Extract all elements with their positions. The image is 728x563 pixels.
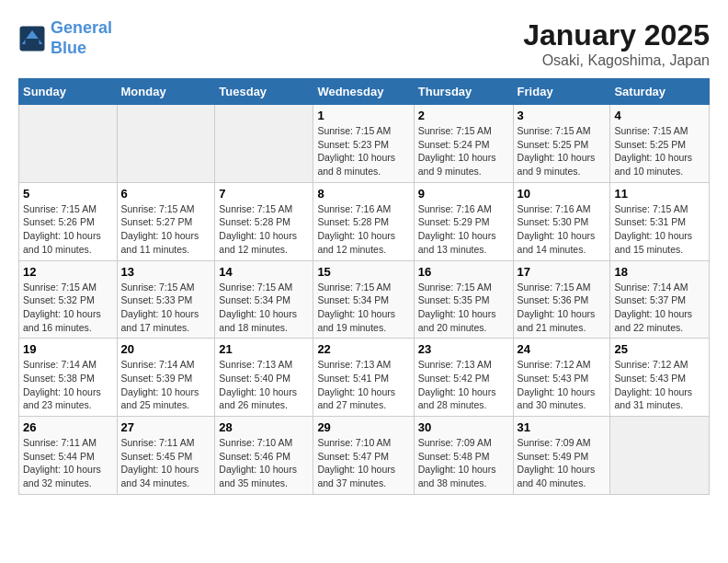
calendar-cell: 10Sunrise: 7:16 AM Sunset: 5:30 PM Dayli… <box>513 182 610 260</box>
day-info: Sunrise: 7:11 AM Sunset: 5:45 PM Dayligh… <box>121 436 211 490</box>
day-info: Sunrise: 7:15 AM Sunset: 5:23 PM Dayligh… <box>317 124 409 178</box>
day-info: Sunrise: 7:14 AM Sunset: 5:38 PM Dayligh… <box>23 358 113 412</box>
weekday-header: Tuesday <box>215 79 313 105</box>
day-number: 2 <box>418 109 509 122</box>
calendar-week-row: 12Sunrise: 7:15 AM Sunset: 5:32 PM Dayli… <box>19 260 710 339</box>
day-info: Sunrise: 7:15 AM Sunset: 5:34 PM Dayligh… <box>219 281 309 335</box>
page-subtitle: Osaki, Kagoshima, Japan <box>523 52 710 69</box>
page-title: January 2025 <box>523 18 710 52</box>
calendar-cell <box>215 105 313 183</box>
calendar-cell: 19Sunrise: 7:14 AM Sunset: 5:38 PM Dayli… <box>19 339 118 417</box>
calendar-cell <box>610 417 710 495</box>
page-header: General Blue January 2025 Osaki, Kagoshi… <box>18 18 710 69</box>
day-info: Sunrise: 7:15 AM Sunset: 5:28 PM Dayligh… <box>219 202 309 257</box>
day-info: Sunrise: 7:12 AM Sunset: 5:43 PM Dayligh… <box>518 358 607 412</box>
calendar-cell: 29Sunrise: 7:10 AM Sunset: 5:47 PM Dayli… <box>313 417 414 495</box>
logo-text: General Blue <box>51 18 112 58</box>
day-number: 6 <box>121 187 211 201</box>
day-info: Sunrise: 7:09 AM Sunset: 5:49 PM Dayligh… <box>518 436 607 490</box>
day-number: 8 <box>317 187 409 201</box>
calendar-cell: 13Sunrise: 7:15 AM Sunset: 5:33 PM Dayli… <box>117 260 215 339</box>
day-number: 23 <box>418 342 509 356</box>
day-info: Sunrise: 7:10 AM Sunset: 5:46 PM Dayligh… <box>219 436 309 490</box>
day-info: Sunrise: 7:13 AM Sunset: 5:42 PM Dayligh… <box>418 358 509 412</box>
day-number: 10 <box>518 187 607 201</box>
day-number: 22 <box>317 342 409 356</box>
calendar-cell: 11Sunrise: 7:15 AM Sunset: 5:31 PM Dayli… <box>610 182 710 260</box>
day-info: Sunrise: 7:15 AM Sunset: 5:24 PM Dayligh… <box>418 124 509 178</box>
calendar-week-row: 5Sunrise: 7:15 AM Sunset: 5:26 PM Daylig… <box>19 182 710 260</box>
calendar-cell: 25Sunrise: 7:12 AM Sunset: 5:43 PM Dayli… <box>610 339 710 417</box>
day-number: 1 <box>317 109 409 122</box>
day-number: 17 <box>518 265 607 279</box>
calendar-cell: 7Sunrise: 7:15 AM Sunset: 5:28 PM Daylig… <box>215 182 313 260</box>
day-number: 20 <box>121 342 211 356</box>
weekday-header: Monday <box>117 79 215 105</box>
day-info: Sunrise: 7:15 AM Sunset: 5:36 PM Dayligh… <box>518 281 607 335</box>
day-info: Sunrise: 7:15 AM Sunset: 5:25 PM Dayligh… <box>518 124 607 178</box>
day-info: Sunrise: 7:09 AM Sunset: 5:48 PM Dayligh… <box>418 436 509 490</box>
calendar-cell: 16Sunrise: 7:15 AM Sunset: 5:35 PM Dayli… <box>414 260 513 339</box>
calendar-cell: 31Sunrise: 7:09 AM Sunset: 5:49 PM Dayli… <box>513 417 610 495</box>
calendar-cell: 30Sunrise: 7:09 AM Sunset: 5:48 PM Dayli… <box>414 417 513 495</box>
day-info: Sunrise: 7:15 AM Sunset: 5:31 PM Dayligh… <box>614 202 705 257</box>
day-number: 24 <box>518 342 607 356</box>
day-info: Sunrise: 7:12 AM Sunset: 5:43 PM Dayligh… <box>614 358 705 412</box>
day-number: 26 <box>23 420 113 434</box>
day-info: Sunrise: 7:16 AM Sunset: 5:29 PM Dayligh… <box>418 202 509 257</box>
calendar-cell: 14Sunrise: 7:15 AM Sunset: 5:34 PM Dayli… <box>215 260 313 339</box>
calendar-cell: 27Sunrise: 7:11 AM Sunset: 5:45 PM Dayli… <box>117 417 215 495</box>
calendar-week-row: 19Sunrise: 7:14 AM Sunset: 5:38 PM Dayli… <box>19 339 710 417</box>
day-info: Sunrise: 7:15 AM Sunset: 5:35 PM Dayligh… <box>418 281 509 335</box>
weekday-header: Friday <box>513 79 610 105</box>
calendar-cell: 24Sunrise: 7:12 AM Sunset: 5:43 PM Dayli… <box>513 339 610 417</box>
calendar-cell: 15Sunrise: 7:15 AM Sunset: 5:34 PM Dayli… <box>313 260 414 339</box>
weekday-header: Wednesday <box>313 79 414 105</box>
calendar-cell: 17Sunrise: 7:15 AM Sunset: 5:36 PM Dayli… <box>513 260 610 339</box>
logo-icon <box>18 25 46 52</box>
calendar-cell: 6Sunrise: 7:15 AM Sunset: 5:27 PM Daylig… <box>117 182 215 260</box>
day-info: Sunrise: 7:14 AM Sunset: 5:37 PM Dayligh… <box>614 281 705 335</box>
calendar-cell: 1Sunrise: 7:15 AM Sunset: 5:23 PM Daylig… <box>313 105 414 183</box>
day-number: 29 <box>317 420 409 434</box>
day-number: 21 <box>219 342 309 356</box>
day-number: 30 <box>418 420 509 434</box>
day-number: 4 <box>614 109 705 122</box>
calendar-cell <box>117 105 215 183</box>
day-number: 19 <box>23 342 113 356</box>
calendar-table: SundayMondayTuesdayWednesdayThursdayFrid… <box>18 78 710 495</box>
day-number: 31 <box>518 420 607 434</box>
day-info: Sunrise: 7:15 AM Sunset: 5:34 PM Dayligh… <box>317 281 409 335</box>
day-info: Sunrise: 7:15 AM Sunset: 5:32 PM Dayligh… <box>23 281 113 335</box>
day-info: Sunrise: 7:16 AM Sunset: 5:28 PM Dayligh… <box>317 202 409 257</box>
calendar-cell: 9Sunrise: 7:16 AM Sunset: 5:29 PM Daylig… <box>414 182 513 260</box>
calendar-cell <box>19 105 118 183</box>
weekday-header-row: SundayMondayTuesdayWednesdayThursdayFrid… <box>19 79 710 105</box>
day-info: Sunrise: 7:11 AM Sunset: 5:44 PM Dayligh… <box>23 436 113 490</box>
day-number: 15 <box>317 265 409 279</box>
day-number: 13 <box>121 265 211 279</box>
day-number: 11 <box>614 187 705 201</box>
day-info: Sunrise: 7:15 AM Sunset: 5:33 PM Dayligh… <box>121 281 211 335</box>
day-info: Sunrise: 7:14 AM Sunset: 5:39 PM Dayligh… <box>121 358 211 412</box>
day-number: 3 <box>518 109 607 122</box>
calendar-cell: 23Sunrise: 7:13 AM Sunset: 5:42 PM Dayli… <box>414 339 513 417</box>
weekday-header: Sunday <box>19 79 118 105</box>
calendar-week-row: 26Sunrise: 7:11 AM Sunset: 5:44 PM Dayli… <box>19 417 710 495</box>
calendar-cell: 4Sunrise: 7:15 AM Sunset: 5:25 PM Daylig… <box>610 105 710 183</box>
calendar-cell: 20Sunrise: 7:14 AM Sunset: 5:39 PM Dayli… <box>117 339 215 417</box>
day-info: Sunrise: 7:10 AM Sunset: 5:47 PM Dayligh… <box>317 436 409 490</box>
calendar-cell: 12Sunrise: 7:15 AM Sunset: 5:32 PM Dayli… <box>19 260 118 339</box>
day-info: Sunrise: 7:13 AM Sunset: 5:41 PM Dayligh… <box>317 358 409 412</box>
day-info: Sunrise: 7:15 AM Sunset: 5:27 PM Dayligh… <box>121 202 211 257</box>
day-number: 28 <box>219 420 309 434</box>
title-block: January 2025 Osaki, Kagoshima, Japan <box>523 18 710 69</box>
day-number: 16 <box>418 265 509 279</box>
svg-rect-2 <box>26 39 40 47</box>
calendar-cell: 8Sunrise: 7:16 AM Sunset: 5:28 PM Daylig… <box>313 182 414 260</box>
day-number: 25 <box>614 342 705 356</box>
day-info: Sunrise: 7:16 AM Sunset: 5:30 PM Dayligh… <box>518 202 607 257</box>
calendar-cell: 3Sunrise: 7:15 AM Sunset: 5:25 PM Daylig… <box>513 105 610 183</box>
day-number: 27 <box>121 420 211 434</box>
calendar-cell: 5Sunrise: 7:15 AM Sunset: 5:26 PM Daylig… <box>19 182 118 260</box>
